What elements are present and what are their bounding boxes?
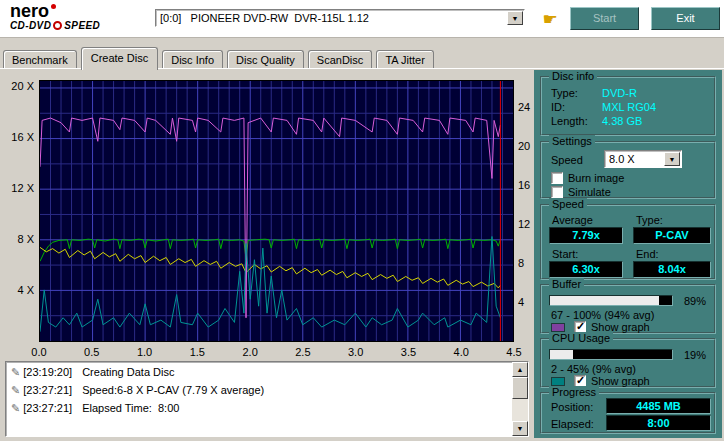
log-area: ✎[23:19:20]Creating Data Disc ✎[23:27:21… bbox=[5, 361, 529, 437]
scroll-down-button[interactable]: ▼ bbox=[512, 421, 528, 436]
speed-setting-label: Speed bbox=[551, 154, 583, 167]
progress-group: Progress Position: 4485 MB Elapsed: 8:00 bbox=[540, 392, 716, 434]
scroll-up-button[interactable]: ▲ bbox=[512, 362, 528, 377]
buffer-progressbar bbox=[549, 295, 673, 306]
burn-image-checkbox[interactable]: Burn image bbox=[551, 172, 671, 185]
cpu-progressbar bbox=[549, 349, 673, 360]
cpu-color-swatch bbox=[551, 377, 565, 386]
end-label: End: bbox=[636, 248, 659, 261]
drive-select-arrow-button[interactable]: ▼ bbox=[507, 11, 523, 25]
log-lines: ✎[23:19:20]Creating Data Disc ✎[23:27:21… bbox=[8, 363, 510, 435]
type-label: Type: bbox=[636, 214, 663, 227]
chevron-down-icon: ▼ bbox=[508, 12, 522, 25]
speed-select-arrow-button[interactable]: ▼ bbox=[664, 152, 680, 166]
y-axis-left-tick: 20 X bbox=[4, 80, 34, 93]
log-entry-time: [23:27:21] bbox=[23, 402, 72, 414]
average-value: 7.79x bbox=[549, 227, 623, 244]
x-axis-tick: 1.5 bbox=[183, 346, 211, 359]
disc-id-label: ID: bbox=[551, 101, 565, 114]
end-value: 8.04x bbox=[633, 261, 711, 278]
disc-type-label: Type: bbox=[551, 87, 578, 100]
log-entry-text: Elapsed Time: 8:00 bbox=[82, 402, 179, 414]
y-axis-right-tick: 20 bbox=[518, 140, 534, 153]
start-value: 6.30x bbox=[549, 261, 623, 278]
y-axis-right-tick: 12 bbox=[518, 218, 534, 231]
log-entry-time: [23:27:21] bbox=[23, 384, 72, 396]
y-axis-left-tick: 12 X bbox=[4, 182, 34, 195]
start-label: Start: bbox=[552, 248, 578, 261]
log-entry-text: Creating Data Disc bbox=[82, 366, 174, 378]
y-axis-right-tick: 8 bbox=[518, 257, 534, 270]
x-axis-tick: 3.5 bbox=[394, 346, 422, 359]
cpu-usage-title: CPU Usage bbox=[549, 332, 613, 344]
log-scrollbar[interactable]: ▲ ▼ bbox=[512, 362, 528, 436]
start-button[interactable]: Start bbox=[570, 7, 639, 30]
log-entry: ✎[23:27:21]Elapsed Time: 8:00 bbox=[8, 399, 510, 417]
burn-image-checkbox-box[interactable] bbox=[551, 172, 563, 184]
tab-disc-info[interactable]: Disc Info bbox=[162, 50, 223, 69]
scrollbar-thumb[interactable] bbox=[512, 377, 528, 399]
drive-select[interactable]: [0:0] PIONEER DVD-RW DVR-115L 1.12 ▼ bbox=[155, 9, 525, 27]
log-entry: ✎[23:27:21]Speed:6-8 X P-CAV (7.79 X ave… bbox=[8, 381, 510, 399]
buffer-group: Buffer 89% 67 - 100% (94% avg) Show grap… bbox=[540, 284, 716, 334]
y-axis-left-tick: 16 X bbox=[4, 131, 34, 144]
hand-pointer-icon: ☛ bbox=[542, 10, 557, 29]
burn-image-label: Burn image bbox=[568, 172, 624, 184]
cpu-show-graph-label: Show graph bbox=[591, 375, 650, 387]
speed-select[interactable]: 8.0 X ▼ bbox=[604, 150, 682, 168]
elapsed-value: 8:00 bbox=[606, 415, 711, 431]
elapsed-label: Elapsed: bbox=[551, 418, 594, 431]
y-axis-right-tick: 4 bbox=[518, 296, 534, 309]
drive-select-value: [0:0] PIONEER DVD-RW DVR-115L 1.12 bbox=[160, 11, 369, 26]
disc-type-value: DVD-R bbox=[602, 87, 637, 100]
y-axis-left-tick: 8 X bbox=[4, 233, 34, 246]
log-entry-time: [23:19:20] bbox=[23, 366, 72, 378]
chevron-down-icon: ▼ bbox=[665, 153, 679, 166]
tab-create-disc[interactable]: Create Disc bbox=[81, 47, 158, 70]
settings-title: Settings bbox=[549, 135, 595, 147]
position-value: 4485 MB bbox=[606, 398, 711, 414]
nero-logo: nero CD-DVDSPEED bbox=[10, 2, 100, 31]
log-entry-icon: ✎ bbox=[11, 384, 20, 396]
log-entry: ✎[23:19:20]Creating Data Disc bbox=[8, 363, 510, 381]
tab-disc-quality[interactable]: Disc Quality bbox=[227, 50, 304, 69]
tab-benchmark[interactable]: Benchmark bbox=[3, 50, 77, 69]
options-hand-button[interactable]: ☛ bbox=[538, 7, 562, 31]
buffer-percent: 89% bbox=[684, 295, 706, 308]
log-entry-text: Speed:6-8 X P-CAV (7.79 X average) bbox=[82, 384, 264, 396]
nero-logo-dot-icon bbox=[51, 4, 56, 9]
tab-scandisc[interactable]: ScanDisc bbox=[308, 50, 372, 69]
cpu-usage-group: CPU Usage 19% 2 - 45% (9% avg) Show grap… bbox=[540, 338, 716, 388]
plot-wrap: 4 X8 X12 X16 X20 X48121620240.00.51.01.5… bbox=[2, 75, 534, 359]
simulate-checkbox-box[interactable] bbox=[551, 186, 563, 198]
x-axis-tick: 3.0 bbox=[342, 346, 370, 359]
cd-dvd-speed-wordmark: CD-DVDSPEED bbox=[10, 21, 100, 32]
disc-length-value: 4.38 GB bbox=[602, 115, 642, 128]
scroll-down-icon: ▼ bbox=[517, 425, 524, 432]
tab-ta-jitter[interactable]: TA Jitter bbox=[376, 50, 434, 69]
speed-group: Speed Average Type: 7.79x P-CAV Start: E… bbox=[540, 204, 716, 280]
cpu-progress-fill bbox=[550, 350, 573, 359]
position-label: Position: bbox=[551, 401, 593, 414]
speed-chart bbox=[39, 80, 514, 342]
log-entry-icon: ✎ bbox=[11, 366, 20, 378]
scroll-up-icon: ▲ bbox=[517, 366, 524, 373]
disc-icon bbox=[53, 21, 62, 30]
speed-group-title: Speed bbox=[549, 198, 587, 210]
log-entry-icon: ✎ bbox=[11, 402, 20, 414]
top-bar: nero CD-DVDSPEED [0:0] PIONEER DVD-RW DV… bbox=[0, 0, 724, 38]
x-axis-tick: 4.0 bbox=[447, 346, 475, 359]
x-axis-tick: 4.5 bbox=[500, 346, 528, 359]
progress-title: Progress bbox=[549, 386, 599, 398]
buffer-progress-fill bbox=[550, 296, 659, 305]
disc-info-group: Disc info Type: DVD-R ID: MXL RG04 Lengt… bbox=[540, 76, 716, 136]
x-axis-tick: 1.0 bbox=[131, 346, 159, 359]
simulate-label: Simulate bbox=[568, 186, 611, 198]
exit-button[interactable]: Exit bbox=[651, 7, 720, 30]
chart-area: 4 X8 X12 X16 X20 X48121620240.00.51.01.5… bbox=[2, 75, 534, 359]
disc-id-value: MXL RG04 bbox=[602, 101, 656, 114]
buffer-color-swatch bbox=[551, 323, 565, 332]
y-axis-left-tick: 4 X bbox=[4, 284, 34, 297]
disc-info-title: Disc info bbox=[549, 70, 597, 82]
nero-logo-text: nero bbox=[10, 1, 49, 21]
